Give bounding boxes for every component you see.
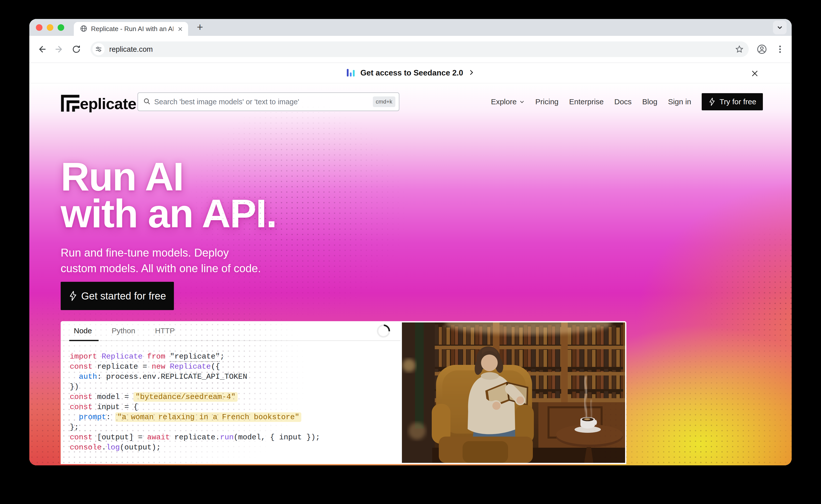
browser-window: Replicate - Run AI with an API +	[29, 19, 792, 465]
bookstore-photo-illustration	[402, 322, 625, 463]
search-shortcut-badge: cmd+k	[373, 96, 395, 107]
try-for-free-button[interactable]: Try for free	[702, 93, 763, 110]
url-text: replicate.com	[109, 45, 735, 54]
code-tabs: Node Python HTTP	[61, 321, 401, 341]
hero-title: Run AI with an API.	[61, 158, 277, 232]
tab-close-icon[interactable]	[177, 26, 183, 32]
replicate-logo[interactable]: eplicate	[61, 94, 136, 112]
reload-button[interactable]	[71, 44, 82, 55]
bar-chart-icon	[346, 67, 355, 79]
profile-button[interactable]	[756, 43, 768, 55]
search-input[interactable]	[154, 98, 373, 106]
hero-image	[401, 321, 627, 464]
loading-spinner-icon	[374, 322, 393, 340]
banner-text: Get access to Seedance 2.0	[360, 68, 463, 78]
logo-wordmark: eplicate	[80, 96, 136, 112]
announcement-banner: Get access to Seedance 2.0	[29, 63, 792, 83]
lightning-icon	[708, 97, 716, 106]
tab-strip: Replicate - Run AI with an API +	[29, 19, 792, 36]
minimize-window-button[interactable]	[47, 24, 53, 31]
new-tab-button[interactable]: +	[194, 21, 206, 33]
nav-blog[interactable]: Blog	[642, 97, 658, 106]
nav-pricing[interactable]: Pricing	[535, 97, 559, 106]
browser-tab[interactable]: Replicate - Run AI with an API	[74, 22, 188, 36]
get-started-button[interactable]: Get started for free	[61, 282, 174, 310]
nav-explore[interactable]: Explore	[491, 97, 525, 106]
model-search[interactable]: cmd+k	[137, 92, 399, 111]
banner-close-button[interactable]	[750, 69, 759, 78]
hero-subtitle: Run and fine-tune models. Deploy custom …	[61, 245, 261, 276]
code-showcase: Node Python HTTP import Replicate from "…	[61, 321, 627, 464]
nav-signin[interactable]: Sign in	[668, 97, 691, 106]
tab-node[interactable]: Node	[74, 321, 92, 341]
address-bar[interactable]: replicate.com	[90, 41, 749, 57]
chevron-down-icon	[519, 99, 525, 105]
browser-menu-button[interactable]	[774, 43, 786, 55]
lightning-icon	[68, 291, 78, 301]
close-window-button[interactable]	[36, 24, 42, 31]
nav-enterprise[interactable]: Enterprise	[569, 97, 604, 106]
tab-search-chevron-button[interactable]	[773, 21, 787, 34]
replicate-logomark-icon	[61, 94, 79, 112]
search-icon	[143, 97, 151, 106]
announcement-link[interactable]: Get access to Seedance 2.0	[346, 67, 475, 79]
back-button[interactable]	[36, 44, 47, 55]
site-settings-icon[interactable]	[92, 43, 105, 55]
replicate-homepage: eplicate cmd+k Explore Pricing Enterpris…	[29, 83, 792, 465]
tab-title: Replicate - Run AI with an API	[91, 25, 173, 33]
tab-python[interactable]: Python	[112, 321, 135, 341]
main-nav: Explore Pricing Enterprise Docs Blog Sig…	[491, 92, 763, 111]
nav-docs[interactable]: Docs	[614, 97, 632, 106]
chevron-right-icon	[468, 69, 475, 77]
tab-http[interactable]: HTTP	[155, 321, 175, 341]
zoom-window-button[interactable]	[58, 24, 64, 31]
bookmark-star-icon[interactable]	[735, 45, 744, 54]
browser-toolbar: replicate.com	[29, 36, 792, 63]
globe-favicon-icon	[80, 25, 87, 33]
code-block: import Replicate from "replicate";const …	[61, 341, 401, 452]
code-panel: Node Python HTTP import Replicate from "…	[61, 321, 401, 464]
forward-button[interactable]	[54, 44, 65, 55]
